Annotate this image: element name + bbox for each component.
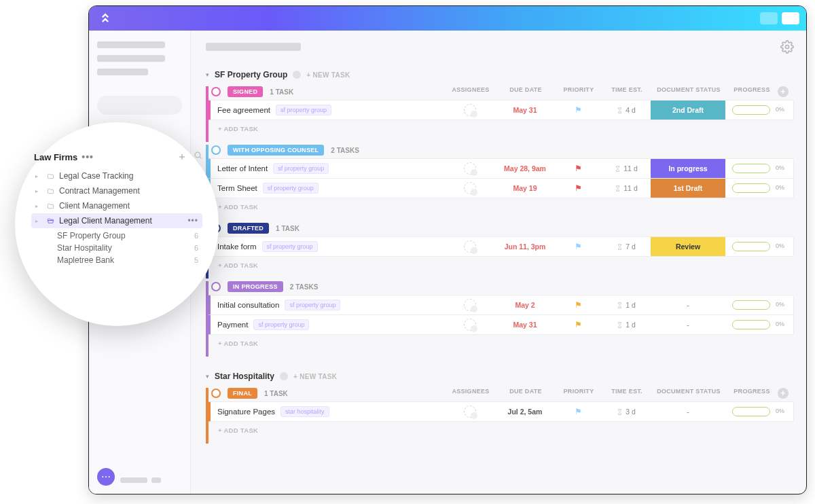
due-date[interactable]: Jun 11, 3pm (505, 242, 546, 251)
assignee-icon[interactable] (464, 162, 476, 175)
time-estimate[interactable]: 3 d (617, 408, 636, 416)
task-row[interactable]: Payment sf property group May 31 ⚑ 1 d -… (209, 314, 794, 335)
document-status[interactable]: Review (651, 237, 725, 256)
status-label[interactable]: SIGNED (228, 86, 263, 97)
sidebar-sublist[interactable]: Mapletree Bank5 (31, 255, 202, 265)
progress-bar[interactable]: 0% (732, 105, 770, 115)
due-date[interactable]: May 31 (513, 321, 537, 329)
more-icon[interactable]: ••• (187, 216, 198, 226)
sidebar-folder[interactable]: ▸Client Management (31, 198, 202, 213)
task-name: Letter of Intent (217, 164, 268, 173)
document-status[interactable]: - (651, 402, 725, 421)
add-task-link[interactable]: + ADD TASK (209, 334, 794, 357)
priority-flag-icon[interactable]: ⚑ (575, 105, 582, 115)
priority-flag-icon[interactable]: ⚑ (575, 407, 582, 416)
caret-icon[interactable]: ▾ (206, 373, 209, 380)
progress-bar[interactable]: 0% (732, 164, 770, 173)
progress-bar[interactable]: 0% (732, 183, 770, 193)
document-status[interactable]: 2nd Draft (651, 101, 725, 120)
priority-flag-icon[interactable]: ⚑ (575, 320, 582, 329)
priority-flag-icon[interactable]: ⚑ (575, 164, 582, 173)
priority-flag-icon[interactable]: ⚑ (575, 183, 582, 193)
task-tag[interactable]: sf property group (273, 163, 329, 174)
sidebar-folder[interactable]: ▸Legal Client Management••• (31, 213, 202, 228)
task-tag[interactable]: sf property group (276, 105, 331, 115)
sidebar-folder[interactable]: ▸Contract Management (31, 183, 202, 198)
settings-gear-icon[interactable] (780, 40, 794, 54)
task-row[interactable]: Letter of Intent sf property group May 2… (209, 158, 794, 179)
progress-bar[interactable]: 0% (732, 320, 770, 329)
window-control[interactable] (760, 12, 778, 24)
assignee-icon[interactable] (464, 240, 476, 253)
status-label[interactable]: IN PROGRESS (228, 281, 283, 292)
status-label[interactable]: FINAL (228, 388, 257, 399)
task-tag[interactable]: star hospitality (280, 406, 329, 417)
assignee-icon[interactable] (464, 299, 476, 311)
document-status[interactable]: - (651, 295, 725, 314)
add-column-icon[interactable]: + (778, 388, 789, 399)
caret-icon[interactable]: ▾ (206, 71, 209, 78)
task-row[interactable]: Initial consultation sf property group M… (209, 295, 794, 315)
search-placeholder[interactable] (97, 96, 182, 115)
space-title[interactable]: Law Firms (34, 152, 77, 162)
assignee-icon[interactable] (464, 104, 476, 116)
task-tag[interactable]: sf property group (253, 319, 309, 330)
due-date[interactable]: May 28, 9am (504, 164, 546, 173)
progress-bar[interactable]: 0% (732, 407, 770, 416)
new-task-link[interactable]: + NEW TASK (293, 373, 337, 380)
progress-bar[interactable]: 0% (732, 242, 770, 251)
time-estimate[interactable]: 11 d (615, 184, 637, 192)
sidebar-sublist[interactable]: SF Property Group6 (31, 231, 202, 240)
document-status[interactable]: In progress (651, 159, 725, 178)
status-circle-icon[interactable] (211, 145, 221, 155)
task-tag[interactable]: sf property group (263, 183, 319, 194)
window-control[interactable] (782, 12, 799, 24)
task-row[interactable]: Term Sheet sf property group May 19 ⚑ 11… (209, 178, 794, 198)
due-date[interactable]: May 31 (513, 106, 537, 114)
due-date[interactable]: May 19 (513, 184, 537, 192)
add-task-link[interactable]: + ADD TASK (209, 421, 794, 444)
sidebar-sublist[interactable]: Star Hospitality6 (31, 243, 202, 253)
assignee-icon[interactable] (464, 406, 476, 418)
status-circle-icon[interactable] (211, 282, 221, 291)
task-tag[interactable]: sf property group (262, 241, 318, 252)
list-name[interactable]: Star Hospitality (215, 372, 274, 381)
chat-icon[interactable]: ⋯ (97, 468, 115, 486)
status-circle-icon[interactable] (211, 389, 221, 398)
assignee-icon[interactable] (464, 319, 476, 331)
task-row[interactable]: Fee agreement sf property group May 31 ⚑… (209, 100, 794, 120)
add-task-link[interactable]: + ADD TASK (209, 120, 794, 142)
hourglass-icon (617, 244, 623, 250)
hourglass-icon (617, 322, 623, 328)
priority-flag-icon[interactable]: ⚑ (575, 300, 582, 310)
time-estimate[interactable]: 1 d (617, 321, 636, 329)
list-name[interactable]: SF Property Group (215, 70, 287, 79)
progress-bar[interactable]: 0% (732, 300, 770, 310)
assignee-icon[interactable] (464, 182, 476, 194)
status-circle-icon[interactable] (211, 87, 221, 96)
document-status[interactable]: 1st Draft (651, 179, 725, 198)
status-label[interactable]: WITH OPPOSING COUNSEL (228, 145, 324, 156)
priority-flag-icon[interactable]: ⚑ (575, 242, 582, 251)
status-label[interactable]: DRAFTED (228, 223, 269, 234)
due-date[interactable]: Jul 2, 5am (508, 408, 543, 416)
task-row[interactable]: Signature Pages star hospitality Jul 2, … (209, 401, 794, 422)
due-date[interactable]: May 2 (515, 301, 535, 309)
search-icon[interactable] (194, 151, 202, 163)
time-estimate[interactable]: 11 d (615, 164, 637, 173)
task-row[interactable]: Intake form sf property group Jun 11, 3p… (209, 236, 794, 257)
time-estimate[interactable]: 4 d (617, 106, 636, 114)
info-icon[interactable] (280, 372, 288, 380)
add-column-icon[interactable]: + (778, 86, 789, 97)
time-estimate[interactable]: 1 d (617, 301, 636, 309)
sidebar-folder[interactable]: ▸Legal Case Tracking (31, 168, 202, 183)
task-tag[interactable]: sf property group (285, 300, 340, 310)
document-status[interactable]: - (651, 315, 725, 334)
more-icon[interactable]: ••• (82, 151, 94, 162)
add-task-link[interactable]: + ADD TASK (209, 198, 794, 220)
add-icon[interactable]: ＋ (177, 151, 187, 163)
time-estimate[interactable]: 7 d (617, 242, 636, 251)
new-task-link[interactable]: + NEW TASK (306, 71, 350, 79)
add-task-link[interactable]: + ADD TASK (209, 256, 794, 278)
info-icon[interactable] (293, 71, 301, 79)
